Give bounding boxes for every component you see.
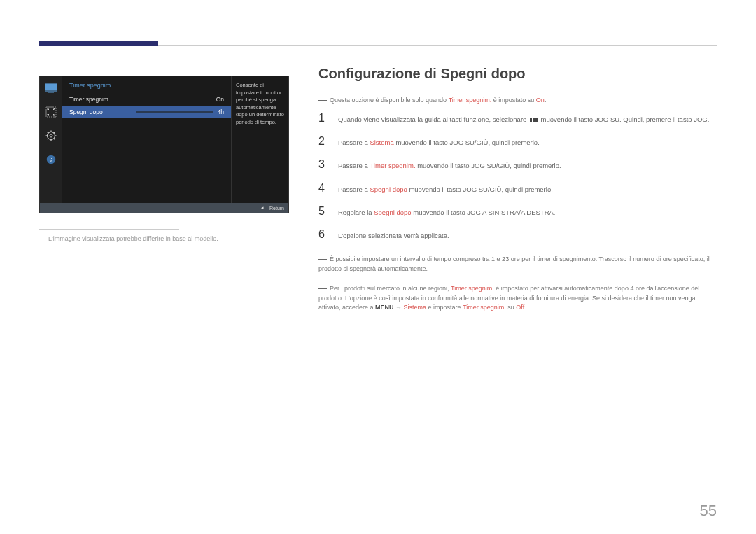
- gear-icon: [43, 128, 59, 143]
- page-number: 55: [700, 502, 717, 520]
- note-text: è impostato su: [491, 97, 536, 104]
- step-highlight: Sistema: [370, 139, 393, 146]
- note-text: .: [545, 97, 547, 104]
- step-text: Passare a: [338, 162, 370, 169]
- osd-main-panel: Timer spegnim. Timer spegnim. On Spegni …: [62, 76, 231, 213]
- step-body: Passare a Spegni dopo muovendo il tasto …: [338, 183, 718, 195]
- footnote-2: ―Per i prodotti sul mercato in alcune re…: [318, 281, 718, 313]
- step-5: 5 Regolare la Spegni dopo muovendo il ta…: [318, 206, 718, 218]
- left-column: i Timer spegnim. Timer spegnim. On Spegn…: [39, 76, 291, 242]
- step-2: 2 Passare a Sistema muovendo il tasto JO…: [318, 136, 718, 148]
- footer-return-label: Return: [270, 206, 284, 211]
- footnote-text: .: [524, 304, 526, 311]
- image-caption: ―L'immagine visualizzata potrebbe differ…: [39, 235, 291, 242]
- caption-separator: [39, 229, 179, 230]
- step-text: Passare a: [338, 139, 370, 146]
- steps-list: 1 Quando viene visualizzata la guida ai …: [318, 113, 718, 241]
- svg-rect-1: [46, 84, 57, 90]
- footnote-text: e impostare: [426, 304, 463, 311]
- footnote-highlight: Timer spegnim.: [451, 285, 494, 292]
- step-text: muovendo il tasto JOG SU/GIÙ, quindi pre…: [394, 139, 540, 146]
- step-body: Regolare la Spegni dopo muovendo il tast…: [338, 206, 718, 218]
- svg-line-10: [48, 132, 48, 133]
- step-text: muovendo il tasto JOG SU/GIÙ, quindi pre…: [416, 162, 561, 169]
- footnote-highlight: Sistema: [404, 304, 427, 311]
- step-number: 1: [318, 113, 328, 124]
- step-text: muovendo il tasto JOG SU. Quindi, premer…: [539, 115, 709, 123]
- osd-row-value: 4h: [218, 108, 224, 115]
- osd-screenshot: i Timer spegnim. Timer spegnim. On Spegn…: [39, 76, 289, 213]
- svg-line-13: [54, 132, 55, 133]
- svg-line-11: [54, 139, 55, 139]
- step-4: 4 Passare a Spegni dopo muovendo il tast…: [318, 183, 718, 195]
- step-text: muovendo il tasto JOG A SINISTRA/A DESTR…: [412, 209, 556, 216]
- right-column: Configurazione di Spegni dopo ―Questa op…: [318, 66, 718, 320]
- note-text: Questa opzione è disponibile solo quando: [330, 97, 449, 104]
- step-number: 2: [318, 136, 328, 147]
- footnote-highlight: Timer spegnim.: [463, 304, 506, 311]
- step-3: 3 Passare a Timer spegnim. muovendo il t…: [318, 159, 718, 171]
- info-icon: i: [43, 152, 59, 167]
- step-number: 6: [318, 229, 328, 240]
- step-text: Quando viene visualizzata la guida ai ta…: [338, 115, 528, 123]
- step-body: Quando viene visualizzata la guida ai ta…: [338, 113, 718, 125]
- footnote-text: È possibile impostare un intervallo di t…: [318, 255, 710, 272]
- caption-text: L'immagine visualizzata potrebbe differi…: [48, 235, 218, 242]
- osd-row-timer: Timer spegnim. On: [62, 93, 231, 106]
- footnote-bold: MENU: [375, 304, 394, 311]
- osd-rows: Timer spegnim. On Spegni dopo 4h: [62, 93, 231, 213]
- top-rule: [39, 42, 717, 46]
- footer-arrow-icon: ◂: [261, 205, 264, 211]
- step-body: Passare a Timer spegnim. muovendo il tas…: [338, 159, 718, 171]
- osd-footer: ◂ Return: [40, 203, 288, 213]
- footnote-highlight: Off: [516, 304, 524, 311]
- osd-side-icons: i: [40, 76, 62, 213]
- osd-row-label: Spegni dopo: [69, 108, 103, 115]
- slider-track: [136, 111, 214, 113]
- intro-note: ―Questa opzione è disponibile solo quand…: [318, 93, 718, 106]
- footnote-arrow: →: [394, 304, 404, 311]
- osd-row-label: Timer spegnim.: [69, 96, 110, 103]
- step-text: muovendo il tasto JOG SU/GIÙ, quindi pre…: [407, 185, 553, 193]
- step-highlight: Timer spegnim.: [370, 162, 415, 169]
- step-number: 4: [318, 183, 328, 194]
- step-text: Passare a: [338, 185, 370, 193]
- note-highlight: Timer spegnim.: [449, 97, 492, 104]
- note-highlight: On: [536, 97, 545, 104]
- step-1: 1 Quando viene visualizzata la guida ai …: [318, 113, 718, 125]
- osd-row-spegni-dopo: Spegni dopo 4h: [62, 106, 231, 118]
- footnote-1: ―È possibile impostare un intervallo di …: [318, 252, 718, 274]
- step-highlight: Spegni dopo: [370, 185, 407, 193]
- osd-title: Timer spegnim.: [62, 76, 231, 93]
- resize-icon: [43, 104, 59, 120]
- footnote-text: su: [506, 304, 517, 311]
- osd-description: Consente di impostare il monitor perché …: [231, 76, 288, 213]
- menu-icon: [530, 118, 538, 122]
- step-body: L'opzione selezionata verrà applicata.: [338, 229, 718, 241]
- step-highlight: Spegni dopo: [374, 209, 411, 216]
- footnote-text: Per i prodotti sul mercato in alcune reg…: [330, 285, 451, 292]
- section-heading: Configurazione di Spegni dopo: [318, 66, 718, 82]
- step-number: 3: [318, 159, 328, 170]
- step-text: Regolare la: [338, 209, 374, 216]
- svg-point-5: [50, 134, 52, 137]
- svg-line-12: [48, 139, 48, 139]
- svg-rect-2: [48, 92, 54, 93]
- step-6: 6 L'opzione selezionata verrà applicata.: [318, 229, 718, 241]
- step-body: Passare a Sistema muovendo il tasto JOG …: [338, 136, 718, 148]
- step-number: 5: [318, 206, 328, 217]
- display-icon: [43, 80, 59, 96]
- osd-row-value: On: [216, 96, 224, 103]
